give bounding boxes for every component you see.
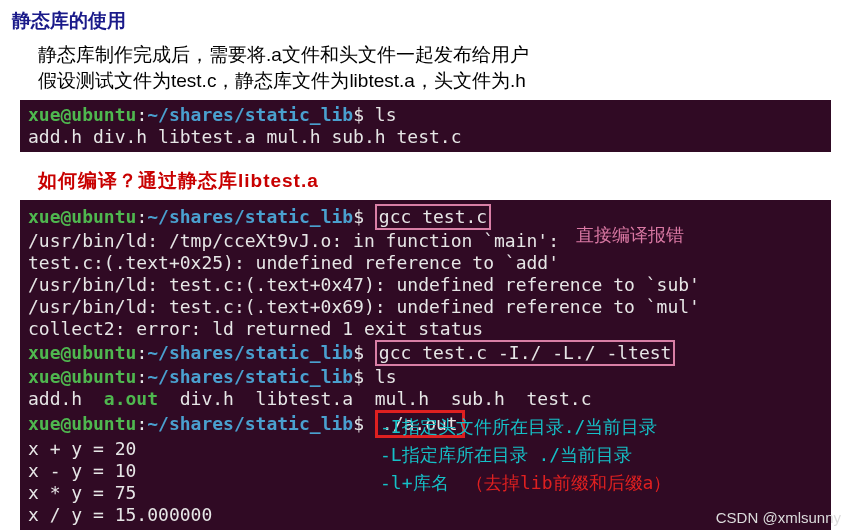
filelist-aout: a.out [104, 388, 158, 409]
filelist-add: add.h [28, 388, 104, 409]
prompt-user: xue [28, 206, 61, 227]
prompt-host: ubuntu [71, 413, 136, 434]
terminal-line: xue@ubuntu:~/shares/static_lib$ gcc test… [28, 340, 823, 366]
prompt-host: ubuntu [71, 366, 136, 387]
terminal-output: add.h a.out div.h libtest.a mul.h sub.h … [28, 388, 823, 410]
section-heading: 静态库的使用 [12, 8, 839, 34]
prompt-colon: : [136, 413, 147, 434]
prompt-host: ubuntu [71, 342, 136, 363]
terminal-line: xue@ubuntu:~/shares/static_lib$ ls [28, 366, 823, 388]
command-ls: ls [375, 366, 397, 387]
annotation-l-note-paren: （去掉lib前缀和后缀a） [466, 472, 671, 494]
error-line: /usr/bin/ld: /tmp/cceXt9vJ.o: in functio… [28, 230, 823, 252]
command-ls: ls [375, 104, 397, 125]
prompt-dollar: $ [353, 342, 364, 363]
annotation-I-option: -I指定头文件所在目录./当前目录 [380, 416, 657, 438]
intro-line-1: 静态库制作完成后，需要将.a文件和头文件一起发布给用户 [38, 42, 851, 68]
callout-question: 如何编译？通过静态库libtest.a [38, 168, 813, 194]
prompt-host: ubuntu [71, 206, 136, 227]
watermark: CSDN @xmlsunny [716, 509, 841, 526]
prompt-host: ubuntu [71, 104, 136, 125]
prompt-user: xue [28, 342, 61, 363]
error-line: test.c:(.text+0x25): undefined reference… [28, 252, 823, 274]
result-line: x / y = 15.000000 [28, 504, 823, 526]
prompt-colon: : [136, 104, 147, 125]
terminal-line: xue@ubuntu:~/shares/static_lib$ gcc test… [28, 204, 823, 230]
prompt-path: ~/shares/static_lib [147, 366, 353, 387]
prompt-path: ~/shares/static_lib [147, 413, 353, 434]
prompt-at: @ [61, 342, 72, 363]
prompt-user: xue [28, 366, 61, 387]
terminal-line: xue@ubuntu:~/shares/static_lib$ ls [28, 104, 823, 126]
filelist-rest: div.h libtest.a mul.h sub.h test.c [158, 388, 591, 409]
prompt-at: @ [61, 413, 72, 434]
prompt-colon: : [136, 366, 147, 387]
prompt-dollar: $ [353, 366, 364, 387]
terminal-output: add.h div.h libtest.a mul.h sub.h test.c [28, 126, 823, 148]
command-gcc-success: gcc test.c -I./ -L./ -ltest [375, 340, 676, 366]
terminal-block-2: xue@ubuntu:~/shares/static_lib$ gcc test… [20, 200, 831, 530]
prompt-at: @ [61, 206, 72, 227]
prompt-path: ~/shares/static_lib [147, 104, 353, 125]
prompt-dollar: $ [353, 413, 364, 434]
prompt-at: @ [61, 104, 72, 125]
prompt-user: xue [28, 104, 61, 125]
prompt-path: ~/shares/static_lib [147, 206, 353, 227]
command-gcc-fail: gcc test.c [375, 204, 491, 230]
error-line: /usr/bin/ld: test.c:(.text+0x69): undefi… [28, 296, 823, 318]
annotation-l-option: -l+库名 [380, 472, 449, 494]
prompt-path: ~/shares/static_lib [147, 342, 353, 363]
annotation-direct-compile-error: 直接编译报错 [576, 224, 684, 246]
intro-line-2: 假设测试文件为test.c，静态库文件为libtest.a，头文件为.h [38, 68, 851, 94]
prompt-colon: : [136, 206, 147, 227]
terminal-block-1: xue@ubuntu:~/shares/static_lib$ ls add.h… [20, 100, 831, 152]
prompt-at: @ [61, 366, 72, 387]
annotation-L-option: -L指定库所在目录 ./当前目录 [380, 444, 632, 466]
prompt-dollar: $ [353, 206, 364, 227]
error-line: /usr/bin/ld: test.c:(.text+0x47): undefi… [28, 274, 823, 296]
prompt-user: xue [28, 413, 61, 434]
prompt-colon: : [136, 342, 147, 363]
prompt-dollar: $ [353, 104, 364, 125]
error-line: collect2: error: ld returned 1 exit stat… [28, 318, 823, 340]
